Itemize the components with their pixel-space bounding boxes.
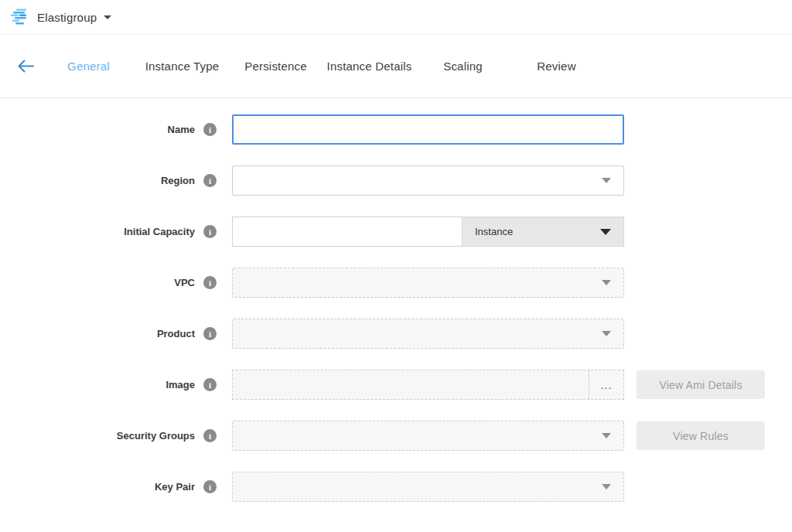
- initial-capacity-input[interactable]: [232, 217, 462, 247]
- dropdown-caret-icon: [602, 484, 611, 489]
- image-input[interactable]: ...: [232, 370, 624, 400]
- image-label: Image: [166, 379, 195, 390]
- tab-scaling[interactable]: Scaling: [416, 60, 510, 73]
- tabs: General Instance Type Persistence Instan…: [42, 60, 603, 73]
- info-icon[interactable]: i: [203, 480, 217, 493]
- form-row-vpc: VPC i: [0, 268, 792, 298]
- dropdown-caret-icon: [602, 331, 611, 336]
- form-row-region: Region i: [0, 165, 792, 196]
- region-label: Region: [161, 175, 195, 186]
- image-browse-button[interactable]: ...: [589, 370, 623, 399]
- name-input[interactable]: [232, 114, 624, 145]
- view-rules-button[interactable]: View Rules: [637, 421, 765, 450]
- form-row-key-pair: Key Pair i: [0, 472, 792, 502]
- vpc-select[interactable]: [232, 268, 624, 298]
- initial-capacity-label: Initial Capacity: [124, 226, 195, 237]
- wizard-tab-bar: General Instance Type Persistence Instan…: [0, 35, 792, 98]
- info-icon[interactable]: i: [203, 174, 217, 187]
- form-row-security-groups: Security Groups i View Rules: [0, 421, 792, 451]
- general-settings-form: Name i Region i Initial Capacity i: [0, 98, 792, 502]
- info-icon[interactable]: i: [203, 276, 217, 289]
- app-switcher-label[interactable]: Elastigroup: [37, 11, 97, 24]
- dropdown-caret-icon: [602, 178, 611, 183]
- back-button[interactable]: [15, 56, 36, 77]
- elastigroup-logo-icon: [11, 9, 29, 26]
- form-row-image: Image i ... View Ami Details: [0, 370, 792, 400]
- region-select[interactable]: [232, 165, 624, 196]
- tab-review[interactable]: Review: [510, 60, 603, 73]
- vpc-label: VPC: [174, 277, 195, 288]
- tab-instance-details[interactable]: Instance Details: [323, 60, 416, 73]
- back-arrow-icon: [17, 60, 34, 73]
- product-label: Product: [157, 328, 195, 339]
- tab-persistence[interactable]: Persistence: [229, 60, 323, 73]
- view-ami-details-button[interactable]: View Ami Details: [637, 370, 765, 399]
- security-groups-label: Security Groups: [117, 430, 195, 442]
- top-bar: Elastigroup: [0, 0, 792, 35]
- product-select[interactable]: [232, 319, 624, 349]
- dropdown-caret-icon: [600, 229, 611, 235]
- info-icon[interactable]: i: [203, 327, 217, 340]
- capacity-unit-value: Instance: [475, 226, 513, 237]
- info-icon[interactable]: i: [203, 378, 217, 391]
- tab-instance-type[interactable]: Instance Type: [135, 60, 229, 73]
- security-groups-select[interactable]: [232, 421, 624, 451]
- tab-general[interactable]: General: [42, 60, 135, 73]
- form-row-initial-capacity: Initial Capacity i Instance: [0, 217, 792, 247]
- key-pair-label: Key Pair: [155, 481, 195, 493]
- key-pair-select[interactable]: [232, 472, 624, 502]
- form-row-product: Product i: [0, 319, 792, 349]
- info-icon[interactable]: i: [203, 225, 217, 238]
- dropdown-caret-icon: [602, 280, 611, 285]
- chevron-down-icon[interactable]: [104, 15, 111, 19]
- form-row-name: Name i: [0, 114, 792, 145]
- dropdown-caret-icon: [602, 433, 611, 438]
- name-label: Name: [168, 124, 195, 135]
- info-icon[interactable]: i: [203, 429, 217, 442]
- capacity-unit-select[interactable]: Instance: [462, 217, 624, 247]
- info-icon[interactable]: i: [203, 123, 217, 136]
